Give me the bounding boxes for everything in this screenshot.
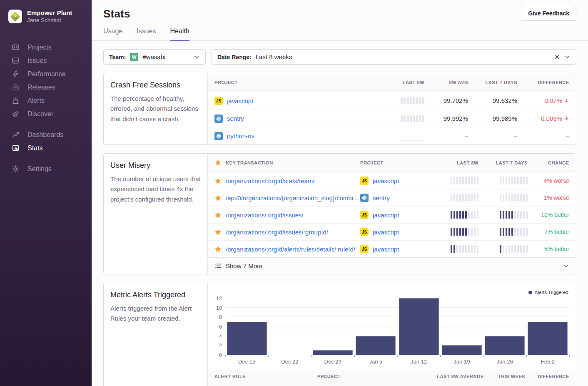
x-tick [225, 355, 226, 357]
tab-usage[interactable]: Usage [103, 27, 122, 40]
arrow-down-icon [563, 98, 569, 104]
alert-rules-table-header: Alert Rule Project Last 8W Average This … [208, 370, 576, 386]
x-tick [268, 355, 269, 357]
column-header: Last 8W [370, 80, 424, 85]
transaction-link[interactable]: /organizations/:orgId/stats/team/ [226, 177, 314, 184]
transaction-link[interactable]: /api/0/organizations/{organization_slug}… [226, 194, 360, 202]
team-select[interactable]: Team: W #wasabi [103, 49, 206, 65]
bar-slot [268, 299, 311, 355]
sidebar-item-projects[interactable]: Projects [0, 41, 92, 54]
column-header: Last 7 Days [468, 80, 517, 85]
x-tick [397, 355, 398, 357]
project-link[interactable]: sentry [373, 194, 390, 202]
legend-dot-icon [528, 291, 532, 294]
give-feedback-button[interactable]: Give Feedback [521, 6, 576, 21]
bar-Jan 19 [442, 345, 482, 355]
crash-free-row: JSjavascript99.702%99.632%0.07% [208, 92, 576, 110]
sidebar-item-label: Performance [27, 70, 66, 78]
dashboards-icon [12, 131, 20, 139]
bar-Dec 15 [227, 322, 267, 355]
column-header: Alert Rule [214, 374, 317, 379]
sidebar-item-settings[interactable]: Settings [0, 162, 92, 176]
project-link[interactable]: sentry [227, 115, 244, 122]
crash-free-table-header: Project Last 8W 8W Avg Last 7 Days Diffe… [208, 73, 576, 92]
sparkline [432, 194, 478, 202]
python-platform-icon [360, 194, 369, 202]
x-tick-label: Dec 29 [311, 359, 354, 365]
sidebar-item-performance[interactable]: Performance [0, 67, 92, 81]
y-tick-label: 0 [219, 352, 222, 358]
date-range-label: Date Range: [217, 54, 252, 60]
date-range-select[interactable]: Date Range: Last 8 weeks [212, 49, 576, 65]
panel-description: Alerts triggered from the Alert Rules yo… [110, 304, 201, 324]
project-link[interactable]: javascript [373, 229, 399, 236]
x-tick-label: Jan 19 [440, 359, 483, 365]
sidebar-item-label: Issues [27, 57, 47, 65]
panel-title: Metric Alerts Triggered [110, 291, 201, 299]
tab-issues[interactable]: Issues [137, 27, 156, 40]
crash-free-row: python-ov––– [208, 127, 576, 144]
panel-title: Crash Free Sessions [110, 81, 201, 90]
bolt-icon [14, 13, 17, 20]
sidebar-item-discover[interactable]: Discover [0, 107, 92, 121]
sidebar-item-issues[interactable]: Issues [0, 54, 92, 67]
sparkline [370, 115, 424, 122]
panel-description: The percentage of healthy, errored, and … [110, 94, 201, 124]
user-misery-panel: User Misery The number of unique users t… [103, 153, 576, 274]
project-link[interactable]: javascript [373, 177, 399, 184]
difference-value: 0.07% [544, 97, 569, 104]
y-tick-label: 4 [219, 334, 222, 339]
y-tick-label: 8 [219, 314, 222, 320]
project-link[interactable]: javascript [373, 212, 399, 219]
x-tick [311, 355, 312, 357]
project-link[interactable]: python-ov [227, 132, 254, 139]
sparkline [432, 228, 478, 236]
difference-value: 0.003% [541, 115, 569, 122]
filters: Team: W #wasabi Date Range: Last 8 weeks [92, 41, 588, 65]
project-link[interactable]: javascript [373, 246, 399, 253]
project-link[interactable]: javascript [227, 97, 253, 105]
sidebar-item-stats[interactable]: Stats [0, 142, 92, 155]
bar-slot [225, 299, 268, 355]
sidebar-item-label: Alerts [27, 97, 45, 105]
bar-slot [311, 299, 354, 355]
user-misery-row: /organizations/:orgId/issues/:groupId/JS… [208, 223, 576, 240]
y-tick-label: 2 [219, 343, 222, 349]
alerts-chart-plot [225, 299, 569, 355]
sidebar-item-label: Stats [27, 144, 42, 152]
transaction-link[interactable]: /organizations/:orgId/alerts/rules/detai… [226, 246, 355, 253]
sidebar: Empower Plant Jane Schmidt ProjectsIssue… [0, 0, 92, 386]
avg-value: 99.702% [443, 97, 468, 104]
javascript-platform-icon: JS [360, 211, 369, 219]
user-misery-row: /api/0/organizations/{organization_slug}… [208, 189, 576, 206]
sidebar-item-label: Discover [27, 110, 53, 118]
sidebar-item-dashboards[interactable]: Dashboards [0, 128, 92, 142]
chart-legend: Alerts Triggered [528, 290, 568, 295]
bar-Jan 26 [485, 336, 525, 355]
python-platform-icon [214, 115, 223, 123]
star-icon [214, 229, 222, 236]
page-title: Stats [103, 7, 576, 20]
sidebar-item-releases[interactable]: Releases [0, 81, 92, 94]
sparkline [432, 211, 478, 219]
column-header: Difference [517, 80, 569, 85]
sparkline [478, 194, 528, 202]
difference-value: – [566, 132, 569, 139]
transaction-link[interactable]: /organizations/:orgId/issues/ [226, 212, 304, 219]
bar-slot [526, 299, 569, 355]
arrow-down-icon [563, 115, 569, 121]
team-label: Team: [109, 54, 126, 60]
gridline [225, 298, 569, 298]
python-logo-icon [216, 133, 222, 139]
clear-icon[interactable] [554, 54, 560, 60]
show-more-button[interactable]: Show 7 More [208, 257, 576, 274]
change-value: 7% better [544, 229, 569, 235]
x-tick [526, 355, 527, 357]
sidebar-item-alerts[interactable]: Alerts [0, 94, 92, 107]
projects-icon [12, 43, 20, 51]
column-header: Key Transaction [226, 160, 273, 165]
transaction-link[interactable]: /organizations/:orgId/issues/:groupId/ [226, 229, 328, 236]
org-header[interactable]: Empower Plant Jane Schmidt [0, 0, 92, 24]
chevron-down-icon [194, 54, 200, 60]
tab-health[interactable]: Health [170, 27, 189, 40]
